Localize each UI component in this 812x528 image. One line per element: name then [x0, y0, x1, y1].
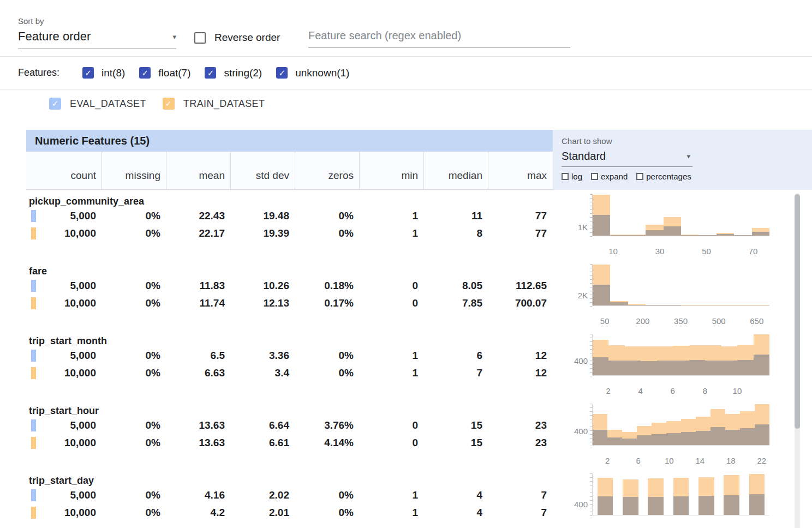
chart-option-expand[interactable]: expand: [591, 172, 628, 181]
x-tick-label: 50: [600, 316, 610, 326]
stat-cell: 4.16: [166, 489, 230, 501]
feature-stats-row: 10,0000%4.22.010%147: [26, 504, 553, 521]
stat-cell: 10,000: [26, 367, 101, 379]
feature-histogram: 4002610141822: [553, 399, 812, 469]
feature-search-input[interactable]: [308, 29, 570, 48]
feature-stats-row: 10,0000%11.7412.130.17%07.85700.07: [26, 295, 553, 312]
stat-cell: 11: [423, 210, 488, 222]
histogram-bar-eval: [657, 361, 673, 375]
numeric-features-table: Numeric Features (15) countmissingmeanst…: [0, 130, 553, 528]
dataset-label: TRAIN_DATASET: [183, 98, 265, 110]
x-tick-label: 6: [636, 456, 641, 465]
feature-type-filters: ✓int(8)✓float(7)✓string(2)✓unknown(1): [82, 67, 349, 79]
histogram-bar-eval: [681, 235, 698, 236]
stat-cell: 77: [488, 210, 552, 222]
dataset-checkbox-eval_dataset[interactable]: ✓EVAL_DATASET: [49, 98, 146, 110]
feature-name: trip_start_hour: [26, 405, 553, 417]
chart-option-label: percentages: [646, 172, 691, 181]
stat-cell: 1: [359, 227, 423, 239]
stat-cell: 6.63: [166, 367, 230, 379]
histogram-bar-eval: [710, 427, 725, 445]
histogram-bar-eval: [622, 439, 637, 445]
reverse-order-checkbox[interactable]: Reverse order: [194, 32, 280, 44]
stat-cell: 19.48: [230, 210, 295, 222]
stat-cell: 3.4: [230, 367, 295, 379]
stat-cell: 23: [488, 419, 552, 431]
histogram-bar-eval: [721, 361, 737, 375]
feature-type-checkbox[interactable]: ✓unknown(1): [276, 67, 349, 79]
stat-cell: 2.01: [230, 507, 295, 519]
chart-option-label: log: [571, 172, 582, 181]
x-tick-label: 650: [750, 316, 763, 326]
column-header: median: [423, 152, 488, 189]
x-axis-labels: 2610141822: [592, 456, 769, 467]
sort-by-select[interactable]: Feature order ▾: [18, 29, 176, 49]
y-axis-label: 400: [553, 500, 588, 509]
histogram-bar-eval: [652, 434, 666, 445]
stat-cell: 3.36: [230, 350, 295, 362]
histogram-bar-eval: [646, 230, 663, 236]
feature-block: trip_start_hour5,0000%13.636.643.76%0152…: [26, 399, 553, 469]
train-dataset-marker: [31, 507, 36, 519]
histogram-plot: [592, 194, 769, 236]
histogram-bar-eval: [740, 428, 755, 445]
dataset-legend: ✓EVAL_DATASET✓TRAIN_DATASET: [0, 89, 812, 130]
stat-cell: 15: [423, 437, 488, 449]
histogram-bar-eval: [607, 437, 622, 445]
x-tick-label: 200: [636, 316, 649, 326]
stat-cell: 0%: [295, 489, 359, 501]
stat-cell: 2.02: [230, 489, 295, 501]
histogram-bar-eval: [608, 361, 624, 375]
feature-histogram: 2K50200350500650: [553, 260, 812, 329]
feature-stats-row: 10,0000%13.636.614.14%01523: [26, 434, 553, 452]
train-dataset-marker: [31, 367, 36, 379]
checkbox-unchecked-icon: [636, 173, 643, 180]
histogram-bar-eval: [593, 215, 610, 236]
sort-by-value: Feature order: [18, 29, 91, 44]
dataset-checkbox-train_dataset[interactable]: ✓TRAIN_DATASET: [163, 98, 265, 110]
chart-option-log[interactable]: log: [562, 172, 582, 181]
stat-cell: 11.83: [166, 280, 230, 292]
feature-stats-row: 10,0000%6.633.40%1712: [26, 364, 553, 382]
y-axis-ticks: [590, 334, 592, 377]
feature-stats-row: 5,0000%13.636.643.76%01523: [26, 417, 553, 434]
stat-cell: 8: [423, 227, 488, 239]
stat-cell: 0%: [101, 280, 166, 292]
histogram-bar-train: [681, 305, 698, 305]
histogram-bar-eval: [628, 305, 646, 305]
stat-cell: 6.64: [230, 419, 295, 431]
stat-cell: 6.5: [166, 350, 230, 362]
stat-cell: 0.18%: [295, 280, 359, 292]
x-tick-label: 2: [605, 456, 610, 465]
feature-list: pickup_community_area5,0000%22.4319.480%…: [26, 190, 553, 528]
checkbox-unchecked-icon: [591, 173, 598, 180]
x-tick-label: 18: [726, 456, 736, 465]
stat-cell: 0%: [101, 367, 166, 379]
histogram-bar-train: [698, 305, 716, 305]
scrollbar-thumb[interactable]: [795, 194, 800, 429]
stat-cell: 77: [488, 227, 552, 239]
feature-type-checkbox[interactable]: ✓int(8): [82, 67, 125, 79]
histogram-bar-eval: [725, 430, 740, 445]
stat-cell: 1: [359, 367, 423, 379]
stat-cell: 0: [359, 297, 423, 309]
histogram-bar-eval: [625, 361, 641, 375]
feature-type-checkbox[interactable]: ✓float(7): [139, 67, 190, 79]
scrollbar-track[interactable]: [795, 193, 800, 528]
stat-cell: 15: [423, 419, 488, 431]
chart-option-percentages[interactable]: percentages: [636, 172, 691, 181]
feature-histogram: 1K10305070: [553, 190, 812, 260]
stat-cell: 0: [359, 419, 423, 431]
checkbox-checked-icon: ✓: [205, 67, 216, 79]
feature-type-checkbox[interactable]: ✓string(2): [205, 67, 262, 79]
histogram-bar-eval: [610, 235, 628, 236]
x-tick-label: 8: [703, 386, 707, 395]
chart-type-select[interactable]: Standard ▾: [562, 146, 692, 167]
feature-name: pickup_community_area: [26, 195, 553, 207]
histogram-bar-eval: [610, 302, 628, 305]
stat-cell: 10.26: [230, 280, 295, 292]
histogram-bar-eval: [681, 432, 696, 445]
y-axis-ticks: [590, 473, 592, 517]
histogram-bar-eval: [749, 494, 765, 515]
checkbox-checked-icon: ✓: [139, 67, 151, 79]
